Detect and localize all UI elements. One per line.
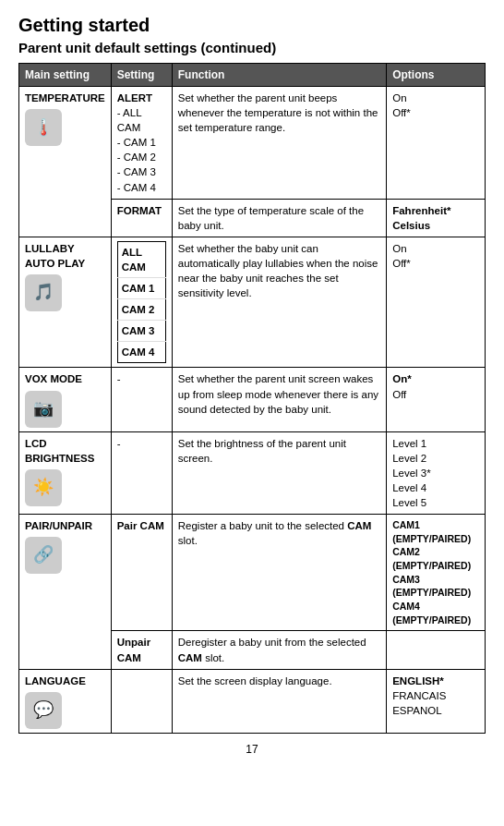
options-alert: OnOff* [387,87,486,200]
page-title: Getting started [18,15,486,36]
main-setting-lullaby: LULLABYAUTO PLAY 🎵 [19,237,112,368]
lullaby-allcam: ALL CAM [117,241,165,277]
lullaby-cam1: CAM 1 [117,278,165,299]
function-language: Set the screen display language. [172,669,386,733]
setting-vox: - [111,368,172,431]
pair-icon: 🔗 [25,537,62,574]
options-lcd: Level 1Level 2Level 3*Level 4Level 5 [387,431,486,514]
lcd-icon: ☀️ [25,469,62,506]
setting-pair-cam: Pair CAM [111,514,172,631]
options-unpair-cam [387,631,486,669]
function-alert: Set whether the parent unit beeps whenev… [172,87,386,200]
table-row: LANGUAGE 💬 Set the screen display langua… [19,669,486,733]
col-header-setting: Setting [111,64,172,87]
options-pair-cam: CAM1 (EMPTY/PAIRED)CAM2 (EMPTY/PAIRED)CA… [387,514,486,631]
page-number: 17 [18,743,486,756]
function-vox: Set whether the parent unit screen wakes… [172,368,386,431]
main-setting-temperature: TEMPERATURE 🌡️ [19,87,112,237]
function-format: Set the type of temperature scale of the… [172,199,386,237]
options-language: ENGLISH*FRANCAISESPANOL [387,669,486,733]
options-lullaby: OnOff* [387,237,486,368]
temperature-icon: 🌡️ [25,109,62,146]
lullaby-cam2: CAM 2 [117,299,165,321]
col-header-options: Options [387,64,486,87]
function-unpair-cam: Deregister a baby unit from the selected… [172,631,386,669]
table-row: LULLABYAUTO PLAY 🎵 ALL CAM CAM 1 CAM 2 C… [19,237,486,368]
options-format: Fahrenheit*Celsius [387,199,486,237]
col-header-function: Function [172,64,386,87]
main-setting-vox: VOX MODE 📷 [19,368,112,431]
table-row: TEMPERATURE 🌡️ ALERT - ALL CAM- CAM 1- C… [19,87,486,200]
page-subtitle: Parent unit default settings (continued) [18,40,486,55]
function-lcd: Set the brightness of the parent unit sc… [172,431,386,514]
col-header-main: Main setting [19,64,112,87]
main-setting-language: LANGUAGE 💬 [19,669,112,733]
main-setting-pair: PAIR/UNPAIR 🔗 [19,514,112,669]
setting-format: FORMAT [111,199,172,237]
main-setting-lcd: LCDBRIGHTNESS ☀️ [19,431,112,514]
table-row: LCDBRIGHTNESS ☀️ - Set the brightness of… [19,431,486,514]
options-vox: On*Off [387,368,486,431]
lullaby-icon: 🎵 [25,274,62,311]
lullaby-cam4: CAM 4 [117,342,165,363]
function-lullaby: Set whether the baby unit can automatica… [172,237,386,368]
vox-icon: 📷 [25,391,62,428]
setting-lullaby-cams: ALL CAM CAM 1 CAM 2 CAM 3 CAM 4 [111,237,172,368]
settings-table: Main setting Setting Function Options TE… [18,63,486,734]
language-icon: 💬 [25,692,62,729]
lullaby-cam3: CAM 3 [117,321,165,342]
setting-lcd: - [111,431,172,514]
setting-alert: ALERT - ALL CAM- CAM 1- CAM 2- CAM 3- CA… [111,87,172,200]
setting-unpair-cam: Unpair CAM [111,631,172,669]
setting-language [111,669,172,733]
table-row: PAIR/UNPAIR 🔗 Pair CAM Register a baby u… [19,514,486,631]
table-row: VOX MODE 📷 - Set whether the parent unit… [19,368,486,431]
function-pair-cam: Register a baby unit to the selected CAM… [172,514,386,631]
